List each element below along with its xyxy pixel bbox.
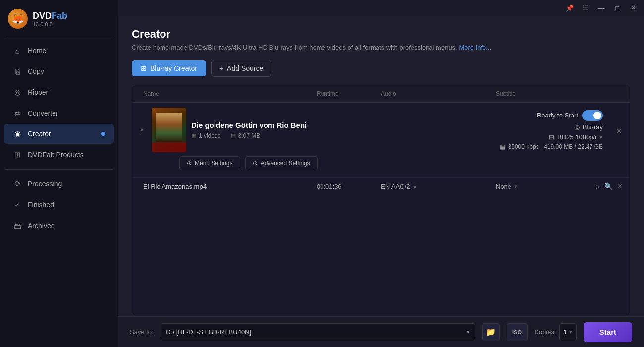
sidebar-item-label: Copy <box>28 67 44 75</box>
close-icon: ✕ <box>631 4 636 12</box>
sidebar-item-ripper[interactable]: ◎ Ripper <box>4 82 114 102</box>
content-area: Creator Create home-made DVDs/Blu-rays/4… <box>118 16 644 316</box>
sidebar-item-label: Ripper <box>28 88 48 96</box>
movie-poster <box>152 108 186 152</box>
videos-count: ▦ 1 videos <box>191 132 221 139</box>
ready-status: Ready to Start <box>537 112 578 119</box>
bluray-icon: ⊞ <box>141 64 147 72</box>
sidebar-item-processing[interactable]: ⟳ Processing <box>4 174 114 194</box>
search-button[interactable]: 🔍 <box>604 181 613 192</box>
sidebar: 🦊 DVDFab 13.0.0.0 ⌂ Home ⎘ Copy ◎ Ripper… <box>0 0 118 347</box>
folder-icon: 📁 <box>486 327 496 337</box>
subtitle-dropdown-icon[interactable]: ▾ <box>514 183 517 190</box>
file-row: El Rio Amazonas.mp4 00:01:36 EN AAC/2 ▾ … <box>132 177 630 195</box>
processing-icon: ⟳ <box>13 179 22 188</box>
converter-icon: ⇄ <box>13 109 22 117</box>
finished-icon: ✓ <box>13 200 22 209</box>
page-description: Create home-made DVDs/Blu-rays/4K Ultra … <box>132 44 630 51</box>
home-icon: ⌂ <box>13 46 22 55</box>
pin-button[interactable]: 📌 <box>563 3 577 13</box>
sidebar-item-label: Processing <box>28 180 62 188</box>
movie-header: ▼ Die goldene Göttin vom Rio Beni ▦ 1 vi… <box>137 108 625 152</box>
col-subtitle: Subtitle <box>493 90 592 97</box>
output-type-icon: ◎ <box>574 123 580 131</box>
output-format-icon: ⊟ <box>549 133 554 141</box>
sidebar-item-copy[interactable]: ⎘ Copy <box>4 61 114 81</box>
sidebar-item-label: Creator <box>28 130 51 138</box>
save-to-label: Save to: <box>130 328 154 336</box>
movie-row: ▼ Die goldene Göttin vom Rio Beni ▦ 1 vi… <box>132 103 630 177</box>
sidebar-item-label: DVDFab Products <box>28 151 84 159</box>
col-audio: Audio <box>378 90 493 97</box>
copies-stepper[interactable]: 1 ▾ <box>559 323 577 341</box>
page-title: Creator <box>132 28 630 41</box>
movie-title: Die goldene Göttin vom Rio Beni <box>191 121 495 129</box>
remove-movie-button[interactable]: ✕ <box>613 125 625 137</box>
maximize-button[interactable]: □ <box>610 3 624 13</box>
start-button[interactable]: Start <box>584 322 632 342</box>
sidebar-item-dvdfab-products[interactable]: ⊞ DVDFab Products <box>4 145 114 165</box>
minimize-button[interactable]: — <box>594 3 608 13</box>
menu-settings-icon: ⊛ <box>187 160 192 167</box>
output-size-value: 35000 kbps - 419.00 MB / 22.47 GB <box>508 143 603 150</box>
sidebar-divider-mid <box>5 169 113 170</box>
copies-label: Copies: <box>535 328 556 336</box>
menu-settings-button[interactable]: ⊛ Menu Settings <box>179 156 240 170</box>
copies-dropdown-icon[interactable]: ▾ <box>569 329 572 335</box>
subtitle-value: None <box>496 183 511 190</box>
toolbar: ⊞ Blu-ray Creator + Add Source <box>132 60 630 77</box>
sidebar-item-archived[interactable]: 🗃 Archived <box>4 216 114 235</box>
menu-icon: ☰ <box>583 4 589 12</box>
sidebar-item-creator[interactable]: ◉ Creator <box>4 124 114 144</box>
ready-toggle[interactable] <box>582 110 603 121</box>
file-icon: ▤ <box>231 132 236 139</box>
sidebar-item-label: Home <box>28 47 46 55</box>
sidebar-item-label: Finished <box>28 201 54 209</box>
sidebar-item-converter[interactable]: ⇄ Converter <box>4 103 114 123</box>
archived-icon: 🗃 <box>13 221 22 230</box>
sidebar-item-label: Converter <box>28 109 58 117</box>
audio-cell: EN AAC/2 ▾ <box>378 183 493 190</box>
close-button[interactable]: ✕ <box>626 3 640 13</box>
copies-section: Copies: 1 ▾ <box>535 323 577 341</box>
advanced-settings-icon: ⊙ <box>253 160 258 167</box>
more-info-link[interactable]: More Info... <box>459 44 491 51</box>
expand-arrow-icon[interactable]: ▼ <box>137 125 147 135</box>
iso-button[interactable]: ISO <box>507 323 528 341</box>
col-runtime: Runtime <box>314 90 378 97</box>
active-indicator <box>101 132 105 136</box>
col-name: Name <box>140 90 314 97</box>
audio-dropdown-icon[interactable]: ▾ <box>413 183 419 189</box>
play-button[interactable]: ▷ <box>595 181 600 192</box>
format-dropdown-icon[interactable]: ▾ <box>599 133 603 141</box>
logo-icon: 🦊 <box>8 9 28 29</box>
dvdfab-products-icon: ⊞ <box>13 150 22 159</box>
sidebar-item-home[interactable]: ⌂ Home <box>4 41 114 60</box>
add-source-button[interactable]: + Add Source <box>211 60 271 77</box>
movie-title-info: Die goldene Göttin vom Rio Beni ▦ 1 vide… <box>191 121 495 139</box>
copies-count: 1 <box>564 328 567 336</box>
col-actions <box>592 90 622 97</box>
folder-browse-button[interactable]: 📁 <box>482 323 500 341</box>
advanced-settings-button[interactable]: ⊙ Advanced Settings <box>245 156 318 170</box>
video-icon: ▦ <box>191 132 196 139</box>
ripper-icon: ◎ <box>13 88 22 97</box>
file-size: ▤ 3.07 MB <box>231 132 261 139</box>
save-path-input[interactable]: G:\ [HL-DT-ST BD-REBU40N] ▾ <box>161 323 475 341</box>
menu-button[interactable]: ☰ <box>579 3 592 13</box>
table-header: Name Runtime Audio Subtitle <box>132 85 630 103</box>
maximize-icon: □ <box>615 4 619 12</box>
app-name: DVDFab <box>33 11 67 21</box>
app-logo: 🦊 DVDFab 13.0.0.0 <box>0 0 118 36</box>
path-dropdown-icon[interactable]: ▾ <box>467 329 470 335</box>
action-buttons: ⊛ Menu Settings ⊙ Advanced Settings <box>179 156 625 170</box>
bluray-creator-button[interactable]: ⊞ Blu-ray Creator <box>132 60 206 76</box>
bottom-bar: Save to: G:\ [HL-DT-ST BD-REBU40N] ▾ 📁 I… <box>118 316 644 347</box>
copy-icon: ⎘ <box>13 67 22 76</box>
movie-thumbnail <box>152 108 186 152</box>
save-path-value: G:\ [HL-DT-ST BD-REBU40N] <box>166 328 463 336</box>
remove-file-button[interactable]: ✕ <box>617 181 623 192</box>
output-format-value: BD25 1080p/i <box>557 133 596 141</box>
sidebar-item-finished[interactable]: ✓ Finished <box>4 195 114 215</box>
sidebar-item-label: Archived <box>28 222 54 230</box>
